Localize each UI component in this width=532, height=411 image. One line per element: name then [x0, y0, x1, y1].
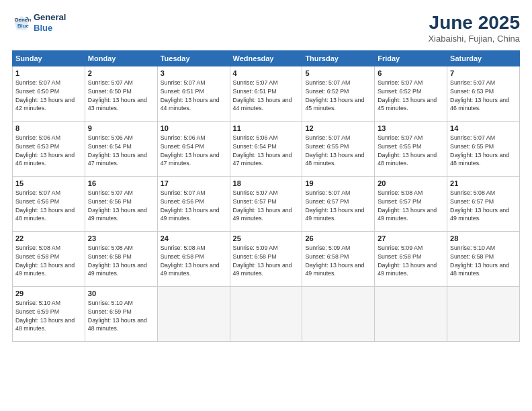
day-number: 10: [161, 124, 227, 132]
day-number: 1: [15, 69, 82, 77]
calendar-table: SundayMondayTuesdayWednesdayThursdayFrid…: [12, 50, 520, 342]
month-title: June 2025: [428, 12, 520, 34]
day-number: 17: [161, 179, 227, 187]
day-number: 30: [88, 289, 154, 298]
day-detail: Sunrise: 5:07 AMSunset: 6:56 PMDaylight:…: [88, 189, 154, 223]
day-detail: Sunrise: 5:07 AMSunset: 6:53 PMDaylight:…: [450, 79, 517, 113]
table-row: 24 Sunrise: 5:08 AMSunset: 6:58 PMDaylig…: [157, 232, 230, 287]
table-row: 22 Sunrise: 5:08 AMSunset: 6:58 PMDaylig…: [13, 232, 85, 287]
table-row: 27 Sunrise: 5:09 AMSunset: 6:58 PMDaylig…: [375, 232, 447, 287]
day-detail: Sunrise: 5:07 AMSunset: 6:52 PMDaylight:…: [305, 79, 371, 113]
table-row: 8 Sunrise: 5:06 AMSunset: 6:53 PMDayligh…: [13, 122, 85, 177]
day-detail: Sunrise: 5:10 AMSunset: 6:59 PMDaylight:…: [88, 299, 154, 333]
table-row: 23 Sunrise: 5:08 AMSunset: 6:58 PMDaylig…: [85, 232, 157, 287]
day-detail: Sunrise: 5:06 AMSunset: 6:54 PMDaylight:…: [233, 134, 300, 168]
logo-text-line1: General: [34, 12, 66, 23]
day-number: 24: [161, 234, 227, 242]
table-row: 13 Sunrise: 5:07 AMSunset: 6:55 PMDaylig…: [375, 122, 447, 177]
table-row: 1 Sunrise: 5:07 AMSunset: 6:50 PMDayligh…: [13, 66, 85, 122]
day-detail: Sunrise: 5:07 AMSunset: 6:50 PMDaylight:…: [15, 79, 82, 113]
page-header: General Blue General Blue June 2025 Xiab…: [12, 12, 520, 44]
table-row: 16 Sunrise: 5:07 AMSunset: 6:56 PMDaylig…: [85, 177, 157, 232]
svg-text:Blue: Blue: [17, 23, 30, 29]
day-detail: Sunrise: 5:09 AMSunset: 6:58 PMDaylight:…: [233, 244, 300, 278]
table-row: 30 Sunrise: 5:10 AMSunset: 6:59 PMDaylig…: [85, 287, 157, 342]
day-number: 3: [161, 69, 227, 77]
table-row: 29 Sunrise: 5:10 AMSunset: 6:59 PMDaylig…: [13, 287, 85, 342]
day-number: 13: [378, 124, 444, 132]
day-detail: Sunrise: 5:07 AMSunset: 6:57 PMDaylight:…: [233, 189, 300, 223]
table-row: 10 Sunrise: 5:06 AMSunset: 6:54 PMDaylig…: [157, 122, 230, 177]
table-row: 5 Sunrise: 5:07 AMSunset: 6:52 PMDayligh…: [302, 66, 375, 122]
day-number: 22: [15, 234, 82, 242]
day-number: 18: [233, 179, 300, 187]
table-row: 18 Sunrise: 5:07 AMSunset: 6:57 PMDaylig…: [230, 177, 302, 232]
table-row: 19 Sunrise: 5:07 AMSunset: 6:57 PMDaylig…: [302, 177, 375, 232]
table-row: 26 Sunrise: 5:09 AMSunset: 6:58 PMDaylig…: [302, 232, 375, 287]
table-row: 20 Sunrise: 5:08 AMSunset: 6:57 PMDaylig…: [375, 177, 447, 232]
day-detail: Sunrise: 5:06 AMSunset: 6:54 PMDaylight:…: [161, 134, 227, 168]
table-row: [447, 287, 520, 342]
table-row: [375, 287, 447, 342]
day-detail: Sunrise: 5:08 AMSunset: 6:58 PMDaylight:…: [15, 244, 82, 278]
table-row: 15 Sunrise: 5:07 AMSunset: 6:56 PMDaylig…: [13, 177, 85, 232]
day-number: 23: [88, 234, 154, 242]
col-header-wednesday: Wednesday: [230, 51, 302, 66]
day-number: 12: [305, 124, 371, 132]
day-number: 25: [233, 234, 300, 242]
day-detail: Sunrise: 5:07 AMSunset: 6:55 PMDaylight:…: [378, 134, 444, 168]
day-detail: Sunrise: 5:10 AMSunset: 6:58 PMDaylight:…: [450, 244, 517, 278]
day-number: 4: [233, 69, 300, 77]
col-header-monday: Monday: [85, 51, 157, 66]
day-detail: Sunrise: 5:07 AMSunset: 6:55 PMDaylight:…: [450, 134, 517, 168]
logo-icon: General Blue: [12, 13, 31, 32]
day-number: 5: [305, 69, 371, 77]
day-detail: Sunrise: 5:07 AMSunset: 6:52 PMDaylight:…: [378, 79, 444, 113]
day-detail: Sunrise: 5:07 AMSunset: 6:51 PMDaylight:…: [161, 79, 227, 113]
day-detail: Sunrise: 5:07 AMSunset: 6:56 PMDaylight:…: [161, 189, 227, 223]
table-row: 4 Sunrise: 5:07 AMSunset: 6:51 PMDayligh…: [230, 66, 302, 122]
day-detail: Sunrise: 5:07 AMSunset: 6:50 PMDaylight:…: [88, 79, 154, 113]
table-row: 2 Sunrise: 5:07 AMSunset: 6:50 PMDayligh…: [85, 66, 157, 122]
location: Xiabaishi, Fujian, China: [428, 34, 520, 44]
day-detail: Sunrise: 5:08 AMSunset: 6:58 PMDaylight:…: [88, 244, 154, 278]
logo-text-line2: Blue: [34, 23, 66, 34]
table-row: [302, 287, 375, 342]
day-number: 15: [15, 179, 82, 187]
table-row: 6 Sunrise: 5:07 AMSunset: 6:52 PMDayligh…: [375, 66, 447, 122]
day-detail: Sunrise: 5:10 AMSunset: 6:59 PMDaylight:…: [15, 299, 82, 333]
day-detail: Sunrise: 5:07 AMSunset: 6:55 PMDaylight:…: [305, 134, 371, 168]
table-row: 25 Sunrise: 5:09 AMSunset: 6:58 PMDaylig…: [230, 232, 302, 287]
table-row: 7 Sunrise: 5:07 AMSunset: 6:53 PMDayligh…: [447, 66, 520, 122]
day-detail: Sunrise: 5:07 AMSunset: 6:57 PMDaylight:…: [305, 189, 371, 223]
day-number: 6: [378, 69, 444, 77]
col-header-friday: Friday: [375, 51, 447, 66]
table-row: 21 Sunrise: 5:08 AMSunset: 6:57 PMDaylig…: [447, 177, 520, 232]
table-row: 17 Sunrise: 5:07 AMSunset: 6:56 PMDaylig…: [157, 177, 230, 232]
day-number: 7: [450, 69, 517, 77]
table-row: [230, 287, 302, 342]
day-number: 26: [305, 234, 371, 242]
col-header-thursday: Thursday: [302, 51, 375, 66]
day-detail: Sunrise: 5:06 AMSunset: 6:53 PMDaylight:…: [15, 134, 82, 168]
day-detail: Sunrise: 5:06 AMSunset: 6:54 PMDaylight:…: [88, 134, 154, 168]
day-number: 16: [88, 179, 154, 187]
title-block: June 2025 Xiabaishi, Fujian, China: [428, 12, 520, 44]
day-number: 27: [378, 234, 444, 242]
day-detail: Sunrise: 5:09 AMSunset: 6:58 PMDaylight:…: [305, 244, 371, 278]
day-number: 9: [88, 124, 154, 132]
day-detail: Sunrise: 5:08 AMSunset: 6:57 PMDaylight:…: [450, 189, 517, 223]
col-header-tuesday: Tuesday: [157, 51, 230, 66]
day-number: 20: [378, 179, 444, 187]
table-row: 11 Sunrise: 5:06 AMSunset: 6:54 PMDaylig…: [230, 122, 302, 177]
day-number: 21: [450, 179, 517, 187]
day-number: 19: [305, 179, 371, 187]
table-row: [157, 287, 230, 342]
day-detail: Sunrise: 5:08 AMSunset: 6:57 PMDaylight:…: [378, 189, 444, 223]
day-number: 11: [233, 124, 300, 132]
table-row: 28 Sunrise: 5:10 AMSunset: 6:58 PMDaylig…: [447, 232, 520, 287]
table-row: 9 Sunrise: 5:06 AMSunset: 6:54 PMDayligh…: [85, 122, 157, 177]
svg-text:General: General: [15, 17, 32, 23]
col-header-sunday: Sunday: [13, 51, 85, 66]
day-detail: Sunrise: 5:08 AMSunset: 6:58 PMDaylight:…: [161, 244, 227, 278]
